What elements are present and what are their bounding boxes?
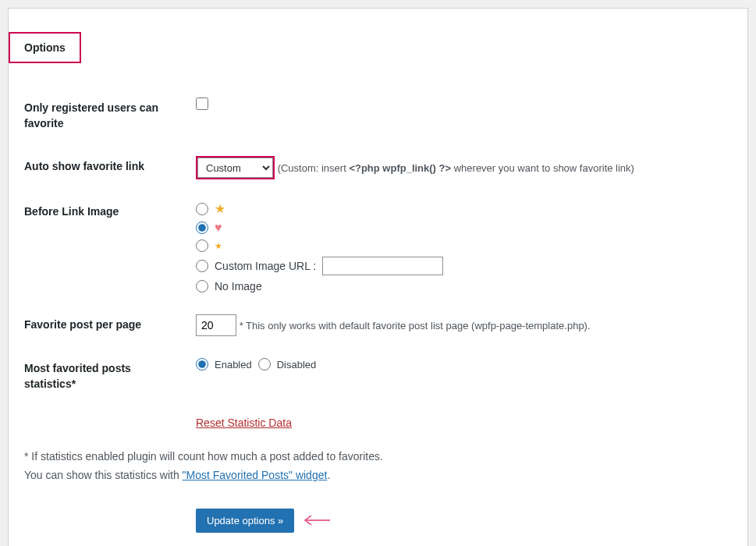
most-favorited-widget-link[interactable]: "Most Favorited Posts" widget <box>183 469 328 481</box>
only-registered-checkbox[interactable] <box>196 98 208 110</box>
submit-row: Update options » <box>24 509 732 533</box>
tab-options[interactable]: Options <box>9 32 81 63</box>
before-link-radio-none[interactable] <box>196 280 208 292</box>
before-link-radio-smallstar[interactable] <box>196 239 208 252</box>
small-star-icon: ★ <box>215 241 222 251</box>
footer-line2b: . <box>327 469 330 481</box>
auto-show-hint: (Custom: insert <?php wpfp_link() ?> whe… <box>278 162 634 174</box>
before-link-radio-heart[interactable] <box>196 222 208 234</box>
before-link-option-custom[interactable]: Custom Image URL : <box>196 257 724 275</box>
per-page-label: Favorite post per page <box>24 303 188 347</box>
before-link-option-none[interactable]: No Image <box>196 280 724 292</box>
per-page-input[interactable] <box>196 314 236 336</box>
auto-show-label: Auto show favorite link <box>24 145 188 190</box>
options-panel: Options Only registered users can favori… <box>8 8 748 546</box>
footer-note: * If statistics enabled plugin will coun… <box>24 448 732 485</box>
reset-statistics-link[interactable]: Reset Statistic Data <box>196 417 292 429</box>
before-link-radio-star[interactable] <box>196 203 208 215</box>
stats-radio-disabled[interactable] <box>258 358 271 370</box>
before-link-option-star[interactable]: ★ <box>196 201 724 216</box>
arrow-left-icon <box>303 515 330 526</box>
stats-radios: Enabled Disabled <box>196 358 724 370</box>
before-link-option-smallstar[interactable]: ★ <box>196 239 724 252</box>
custom-image-url-input[interactable] <box>322 257 443 275</box>
per-page-note: * This only works with default favorite … <box>240 320 591 332</box>
stats-radio-enabled[interactable] <box>196 358 208 370</box>
auto-show-select[interactable]: Custom <box>197 158 273 178</box>
before-link-label: Before Link Image <box>24 190 188 303</box>
stats-disabled-label: Disabled <box>277 359 317 370</box>
stats-label: Most favorited posts statistics* <box>24 347 188 406</box>
stats-enabled-label: Enabled <box>215 359 252 370</box>
no-image-label: No Image <box>215 280 262 292</box>
before-link-radio-list: ★ ♥ ★ Custom Image URL : <box>196 201 724 292</box>
before-link-radio-custom[interactable] <box>196 260 208 272</box>
custom-image-label: Custom Image URL : <box>215 260 316 272</box>
only-registered-label: Only registered users can favorite <box>24 87 188 145</box>
footer-line2a: You can show this statistics with <box>24 469 183 481</box>
before-link-option-heart[interactable]: ♥ <box>196 221 724 235</box>
options-form-table: Only registered users can favorite Auto … <box>24 87 732 440</box>
auto-show-highlight: Custom <box>196 156 275 179</box>
update-options-button[interactable]: Update options » <box>196 509 294 533</box>
heart-icon: ♥ <box>215 221 222 235</box>
footer-line1: * If statistics enabled plugin will coun… <box>24 448 732 466</box>
tab-row: Options <box>9 32 747 63</box>
star-icon: ★ <box>215 201 225 216</box>
